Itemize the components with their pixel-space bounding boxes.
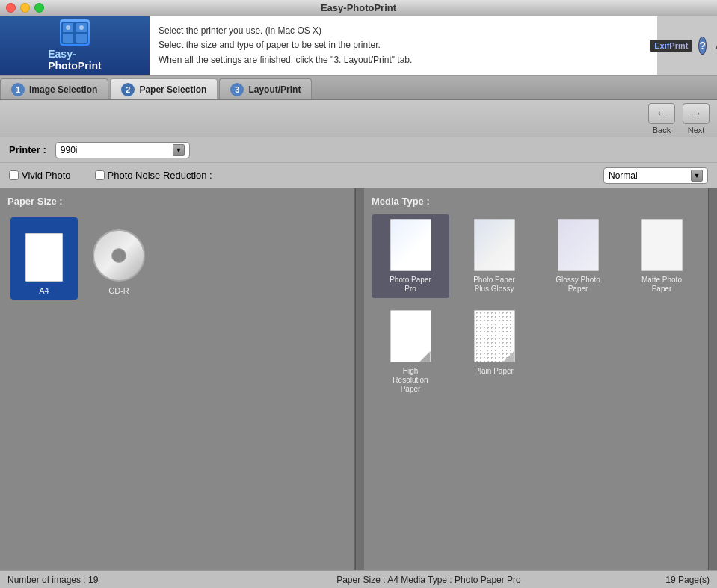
printer-dropdown-arrow[interactable]: ▼ bbox=[173, 144, 185, 156]
window-title: Easy-PhotoPrint bbox=[321, 2, 396, 13]
logo-area: Easy-PhotoPrint bbox=[0, 16, 150, 75]
tab-label-3: Layout/Print bbox=[248, 84, 301, 95]
media-item-photo-paper-plus-glossy[interactable]: Photo Paper Plus Glossy bbox=[455, 214, 533, 298]
panels: Paper Size : A4 CD-R Media Type : bbox=[0, 188, 717, 570]
tabs-bar: 1 Image Selection 2 Paper Selection 3 La… bbox=[0, 76, 717, 100]
minimize-button[interactable] bbox=[20, 3, 30, 13]
traffic-lights bbox=[6, 3, 44, 13]
plain-paper-icon bbox=[474, 310, 515, 362]
printer-label: Printer : bbox=[9, 144, 46, 155]
tab-label-2: Paper Selection bbox=[139, 84, 206, 95]
photo-noise-checkbox[interactable] bbox=[95, 170, 105, 180]
svg-rect-3 bbox=[63, 34, 73, 43]
cdr-inner-circle bbox=[111, 248, 126, 263]
svg-rect-4 bbox=[76, 34, 87, 43]
noise-dropdown-group: Normal ▼ bbox=[603, 167, 708, 184]
matte-photo-paper-label: Matte Photo Paper bbox=[636, 276, 688, 294]
main-content: Printer : 990i ▼ Vivid Photo Photo Noise… bbox=[0, 137, 717, 570]
status-pages: 19 Page(s) bbox=[665, 575, 710, 585]
media-item-plain-paper[interactable]: Plain Paper bbox=[455, 306, 533, 398]
exif-print-badge: ExifPrint bbox=[650, 40, 692, 52]
statusbar: Number of images : 19 Paper Size : A4 Me… bbox=[0, 570, 717, 588]
next-nav[interactable]: → Next bbox=[683, 103, 710, 134]
printer-select[interactable]: 990i ▼ bbox=[55, 142, 190, 158]
plain-paper-grid bbox=[475, 311, 514, 362]
photo-noise-label: Photo Noise Reduction : bbox=[108, 170, 212, 181]
tab-number-2: 2 bbox=[121, 83, 135, 96]
printer-row: Printer : 990i ▼ bbox=[0, 137, 717, 163]
media-type-panel: Media Type : Photo Paper Pro Photo Paper… bbox=[364, 188, 708, 570]
instruction-2: Select the size and type of paper to be … bbox=[159, 38, 648, 52]
instruction-1: Select the printer you use. (in Mac OS X… bbox=[159, 24, 648, 38]
back-arrow-icon[interactable]: ← bbox=[648, 103, 675, 124]
header-right: ExifPrint ? ▲ bbox=[657, 16, 717, 75]
nav-area bbox=[711, 76, 717, 100]
next-arrow-icon[interactable]: → bbox=[683, 103, 710, 124]
tab-number-3: 3 bbox=[230, 83, 244, 96]
paper-size-scrollbar[interactable] bbox=[355, 188, 364, 570]
noise-level-select[interactable]: Normal ▼ bbox=[603, 167, 708, 184]
high-resolution-paper-icon bbox=[390, 310, 431, 362]
logo-brand: Easy-PhotoPrint bbox=[48, 48, 102, 72]
media-item-high-resolution-paper[interactable]: High Resolution Paper bbox=[372, 306, 449, 398]
media-item-photo-paper-pro[interactable]: Photo Paper Pro bbox=[372, 214, 449, 298]
next-label: Next bbox=[688, 126, 705, 134]
help-button[interactable]: ? bbox=[698, 37, 707, 55]
titlebar: Easy-PhotoPrint bbox=[0, 0, 717, 16]
paper-item-a4[interactable]: A4 bbox=[10, 217, 78, 300]
back-label: Back bbox=[653, 126, 671, 134]
printer-value: 990i bbox=[61, 145, 78, 155]
tab-image-selection[interactable]: 1 Image Selection bbox=[0, 78, 108, 99]
logo-icon bbox=[60, 19, 90, 46]
cdr-label: CD-R bbox=[108, 286, 129, 295]
photo-paper-plus-glossy-icon bbox=[474, 219, 515, 271]
media-grid: Photo Paper Pro Photo Paper Plus Glossy … bbox=[372, 214, 701, 398]
media-type-scrollbar[interactable] bbox=[708, 188, 717, 570]
media-item-glossy-photo-paper[interactable]: Glossy Photo Paper bbox=[539, 214, 617, 298]
logo: Easy-PhotoPrint bbox=[48, 19, 102, 72]
tab-paper-selection[interactable]: 2 Paper Selection bbox=[110, 78, 218, 99]
paper-grid: A4 CD-R bbox=[7, 214, 346, 303]
noise-value: Normal bbox=[609, 170, 638, 181]
vivid-photo-group: Vivid Photo bbox=[9, 170, 71, 181]
tab-number-1: 1 bbox=[11, 83, 25, 96]
paper-size-panel: Paper Size : A4 CD-R bbox=[0, 188, 355, 570]
svg-point-6 bbox=[79, 25, 84, 30]
maximize-button[interactable] bbox=[34, 3, 44, 13]
photo-noise-group: Photo Noise Reduction : bbox=[95, 170, 212, 181]
close-button[interactable] bbox=[6, 3, 16, 13]
vivid-photo-checkbox[interactable] bbox=[9, 170, 19, 180]
back-nav[interactable]: ← Back bbox=[648, 103, 675, 134]
status-images: Number of images : 19 bbox=[7, 575, 336, 585]
vivid-photo-label: Vivid Photo bbox=[22, 170, 71, 181]
high-resolution-paper-label: High Resolution Paper bbox=[384, 367, 437, 394]
options-row: Vivid Photo Photo Noise Reduction : Norm… bbox=[0, 163, 717, 188]
photo-paper-pro-icon bbox=[390, 219, 431, 271]
media-type-heading: Media Type : bbox=[372, 196, 701, 207]
header-info: Select the printer you use. (in Mac OS X… bbox=[150, 16, 657, 75]
photo-paper-pro-label: Photo Paper Pro bbox=[384, 276, 437, 294]
photo-paper-plus-glossy-label: Photo Paper Plus Glossy bbox=[468, 276, 520, 294]
header: Easy-PhotoPrint Select the printer you u… bbox=[0, 16, 717, 76]
svg-point-5 bbox=[66, 25, 70, 30]
instruction-3: When all the settings are finished, clic… bbox=[159, 53, 648, 67]
status-paper: Paper Size : A4 Media Type : Photo Paper… bbox=[336, 575, 665, 585]
tab-layout-print[interactable]: 3 Layout/Print bbox=[219, 78, 312, 99]
noise-dropdown-arrow[interactable]: ▼ bbox=[691, 170, 703, 182]
exif-label: Exif bbox=[654, 41, 669, 50]
paper-item-cdr[interactable]: CD-R bbox=[85, 217, 153, 300]
media-item-matte-photo-paper[interactable]: Matte Photo Paper bbox=[623, 214, 701, 298]
collapse-icon[interactable]: ▲ bbox=[713, 39, 717, 52]
glossy-photo-paper-label: Glossy Photo Paper bbox=[552, 276, 604, 294]
print-label: Print bbox=[669, 41, 688, 50]
paper-size-heading: Paper Size : bbox=[7, 196, 346, 207]
tab-label-1: Image Selection bbox=[29, 84, 97, 95]
glossy-photo-paper-icon bbox=[558, 219, 599, 271]
a4-label: A4 bbox=[39, 286, 49, 295]
matte-photo-paper-icon bbox=[641, 219, 683, 271]
cdr-icon bbox=[93, 229, 145, 282]
a4-icon bbox=[25, 233, 63, 282]
plain-paper-label: Plain Paper bbox=[475, 367, 514, 376]
subtoolbar: ← Back → Next bbox=[0, 100, 717, 137]
